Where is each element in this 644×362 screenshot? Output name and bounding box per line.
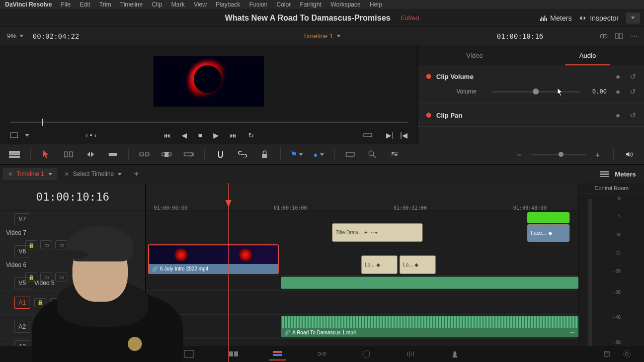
add-timeline-button[interactable]: + — [129, 169, 143, 178]
edit-page-button[interactable] — [271, 348, 285, 359]
lock-track-icon[interactable]: 🔒 — [34, 322, 46, 331]
track-header-v7[interactable]: V7 Video 7 🔒 ▭ ▭ — [0, 211, 145, 243]
menu-edit[interactable]: Edit — [80, 1, 91, 8]
track-lane-a2[interactable]: 🔗A Road To Damascus 1.mp4〰 — [146, 315, 579, 339]
close-icon[interactable]: ✕ — [64, 171, 69, 177]
timeline-zoom-slider[interactable] — [531, 154, 586, 155]
fairlight-page-button[interactable] — [404, 348, 418, 359]
track-id[interactable]: A1 — [14, 297, 30, 309]
zoom-out-button[interactable]: − — [513, 148, 526, 161]
close-icon[interactable]: ✕ — [8, 171, 13, 177]
viewer-options-button[interactable]: ⋯ — [629, 32, 639, 41]
menu-help[interactable]: Help — [370, 1, 382, 8]
trim-tool[interactable] — [62, 148, 75, 161]
index-view-button[interactable] — [600, 171, 609, 177]
clip-lo1[interactable]: Lo...◆ — [361, 255, 397, 274]
monitor-audio-button[interactable] — [623, 148, 636, 161]
menu-clip[interactable]: Clip — [152, 1, 163, 8]
volume-slider[interactable] — [492, 91, 580, 93]
track-lane-v5[interactable] — [146, 276, 579, 291]
blade-tool[interactable] — [106, 148, 119, 161]
viewer-timecode[interactable]: 01:00:10:16 — [497, 32, 543, 40]
menu-fusion[interactable]: Fusion — [250, 1, 268, 8]
menu-timeline[interactable]: Timeline — [120, 1, 143, 8]
menu-playback[interactable]: Playback — [216, 1, 240, 8]
insert-clip-button[interactable] — [138, 148, 151, 161]
viewer-zoom-dropdown[interactable]: 9% — [7, 32, 24, 40]
selection-tool[interactable] — [40, 148, 53, 161]
track-name[interactable]: Video 5 — [34, 280, 54, 287]
menu-mark[interactable]: Mark — [171, 1, 185, 8]
dynamic-trim-tool[interactable] — [84, 148, 97, 161]
jump-last-button[interactable]: ⏭ — [230, 131, 237, 139]
media-page-button[interactable] — [182, 348, 196, 359]
link-toggle[interactable] — [236, 148, 249, 161]
prev-clip-button[interactable]: |◀ — [400, 131, 408, 139]
jump-first-button[interactable]: ⏮ — [164, 131, 171, 139]
menu-file[interactable]: File — [61, 1, 70, 8]
in-out-button[interactable] — [363, 132, 372, 138]
color-page-button[interactable] — [359, 348, 373, 359]
stop-button[interactable]: ■ — [198, 131, 202, 139]
viewer-scrubber[interactable] — [10, 118, 408, 127]
track-header-a2[interactable]: A2 🔒 — [0, 315, 145, 339]
project-settings-button[interactable] — [620, 348, 634, 359]
menu-fairlight[interactable]: Fairlight — [300, 1, 321, 8]
meters-panel-label[interactable]: Meters — [615, 170, 636, 178]
layout-dropdown[interactable] — [626, 13, 640, 24]
clip-face[interactable]: Face...◆ — [527, 224, 570, 242]
enable-dot-icon[interactable] — [426, 74, 431, 79]
viewer-canvas[interactable] — [0, 45, 418, 118]
play-button[interactable]: ▶ — [213, 131, 219, 139]
full-extent-zoom-button[interactable] — [344, 148, 357, 161]
menu-color[interactable]: Color — [277, 1, 291, 8]
timeline-tracks-area[interactable]: 01:00:00:00 01:00:16:00 01:00:32:00 01:0… — [146, 183, 579, 362]
reset-button[interactable]: ↺ — [630, 72, 636, 80]
menu-workspace[interactable]: Workspace — [331, 1, 361, 8]
loop-button[interactable]: ↻ — [248, 131, 254, 139]
clip-title-draw[interactable]: Title Draw...✦〰◆ — [332, 223, 423, 242]
marker-dropdown[interactable]: ● — [312, 148, 325, 161]
timeline-tab-1[interactable]: ✕ Timeline 1 — [3, 168, 57, 180]
keyframe-button[interactable]: ◆ — [616, 88, 620, 95]
track-name[interactable]: Video 7 — [4, 229, 141, 236]
snapping-toggle[interactable] — [214, 148, 227, 161]
clip-lo2[interactable]: Lo...◆ — [399, 255, 436, 274]
clip-intro-selected[interactable]: 🔗6 July Intro 2022.mp4 — [148, 244, 279, 274]
menu-trim[interactable]: Trim — [99, 1, 111, 8]
meters-toggle[interactable]: Meters — [539, 14, 572, 22]
track-id[interactable]: V5 — [14, 277, 30, 289]
track-header-a1[interactable]: A1 🔒 ▭ — [0, 291, 145, 315]
custom-zoom-button[interactable] — [388, 148, 401, 161]
menu-view[interactable]: View — [194, 1, 207, 8]
cut-page-button[interactable] — [226, 348, 240, 359]
keyframe-button[interactable]: ◆ — [616, 112, 620, 119]
inspector-toggle[interactable]: Inspector — [579, 14, 619, 22]
timeline-view-options-button[interactable] — [8, 148, 21, 161]
detail-zoom-button[interactable] — [366, 148, 379, 161]
track-lane-a1[interactable] — [146, 291, 579, 315]
track-header-v5[interactable]: V5 Video 5 — [0, 276, 145, 291]
reset-button[interactable]: ↺ — [630, 111, 636, 119]
next-clip-button[interactable]: ▶| — [386, 131, 393, 139]
lock-track-icon[interactable]: 🔒 — [34, 298, 46, 307]
inspector-tab-video[interactable]: Video — [418, 45, 531, 65]
play-reverse-button[interactable]: ◀ — [182, 131, 187, 139]
track-lane-v7[interactable]: Title Draw...✦〰◆ Face...◆ — [146, 211, 579, 243]
track-id[interactable]: V6 — [14, 245, 30, 257]
track-header-v6[interactable]: V6 Video 6 🔒 ▭ ▭ — [0, 243, 145, 276]
deliver-page-button[interactable] — [448, 348, 462, 359]
project-manager-button[interactable] — [600, 348, 614, 359]
clip-audio-main[interactable]: 🔗A Road To Damascus 1.mp4〰 — [281, 316, 579, 337]
timeline-ruler[interactable]: 01:00:00:00 01:00:16:00 01:00:32:00 01:0… — [146, 183, 579, 211]
track-id[interactable]: V7 — [14, 213, 30, 225]
position-lock-toggle[interactable] — [258, 148, 271, 161]
fusion-page-button[interactable] — [315, 348, 329, 359]
auto-select-icon[interactable]: ▭ — [50, 298, 62, 307]
enable-dot-icon[interactable] — [426, 113, 431, 118]
timeline-name-dropdown[interactable]: Timeline 1 — [303, 32, 333, 40]
playhead-timecode[interactable]: 01:00:10:16 — [0, 183, 145, 211]
timeline-tab-2[interactable]: ✕ Select Timeline — [59, 168, 127, 180]
track-lane-v6[interactable]: 🔗6 July Intro 2022.mp4 Lo...◆ Lo...◆ — [146, 243, 579, 276]
clip-v5-strip[interactable] — [281, 277, 579, 289]
